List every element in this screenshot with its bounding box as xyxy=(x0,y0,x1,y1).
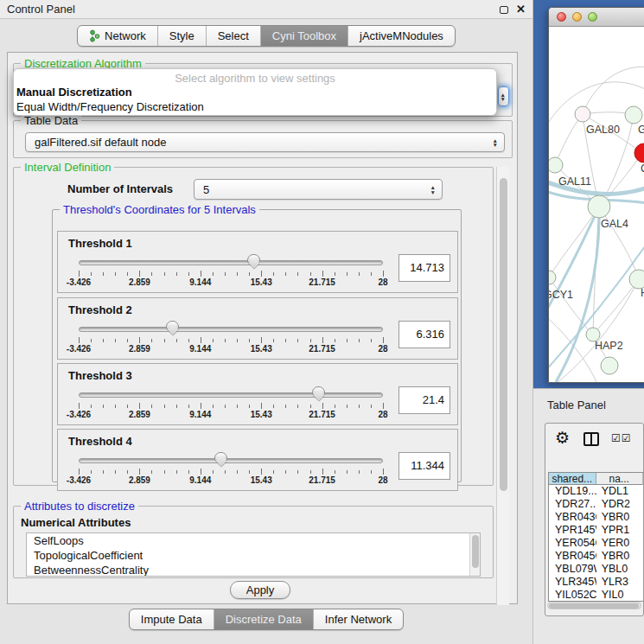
number-of-intervals-combobox[interactable]: 5 ▲▼ xyxy=(194,179,443,200)
slider-handle[interactable] xyxy=(166,321,179,330)
table-row[interactable]: YER054CYER0 xyxy=(549,537,643,550)
slider-handle[interactable] xyxy=(312,386,325,396)
threshold-3-value-field[interactable]: 21.4 xyxy=(399,386,450,414)
node-table[interactable]: shared... na... YDL19...YDL1 YDR27...YDR… xyxy=(548,472,643,602)
columns-icon[interactable] xyxy=(583,432,599,446)
scrollbar-thumb[interactable] xyxy=(472,535,479,568)
threshold-1-slider[interactable]: -3.4262.8599.14415.4321.71528 xyxy=(79,256,383,290)
tab-network[interactable]: Network xyxy=(78,26,157,46)
select-columns-icon[interactable]: ☑☑ xyxy=(611,432,632,444)
algorithm-option-manual[interactable]: Manual Discretization xyxy=(14,85,496,99)
list-item[interactable]: BetweennessCentrality xyxy=(27,563,480,577)
slider-track[interactable] xyxy=(79,458,383,463)
slider-track[interactable] xyxy=(79,327,383,332)
tab-jactivemnodules[interactable]: jActiveMNodules xyxy=(348,26,455,46)
cell[interactable]: YDR2 xyxy=(596,498,643,511)
table-row[interactable]: YIL052CYIL0 xyxy=(549,589,643,602)
numerical-attributes-list[interactable]: SelfLoops TopologicalCoefficient Between… xyxy=(26,532,481,577)
network-canvas[interactable]: GAL80 GA C GAL11 GAL4 GCY1 H HAP2 xyxy=(549,27,644,382)
node-h[interactable] xyxy=(629,270,644,289)
node-selected-red[interactable] xyxy=(634,143,644,163)
table-row[interactable]: YDL19...YDL1 xyxy=(549,485,643,498)
scrollbar-thumb[interactable] xyxy=(500,178,507,491)
apply-button[interactable]: Apply xyxy=(230,581,290,599)
cell[interactable]: YDR27... xyxy=(549,498,596,511)
close-icon[interactable]: ✕ xyxy=(516,5,526,14)
float-window-icon[interactable] xyxy=(500,6,508,14)
node-bottom[interactable] xyxy=(601,357,618,374)
slider-tick-labels: -3.4262.8599.14415.4321.71528 xyxy=(79,277,383,288)
node-gcy1[interactable] xyxy=(549,271,556,284)
table-row[interactable]: YBR045CYBR0 xyxy=(549,550,643,563)
cell[interactable]: YBL0 xyxy=(596,563,643,576)
cell[interactable]: YLR345W xyxy=(549,576,596,589)
slider-tick-labels: -3.4262.8599.14415.4321.71528 xyxy=(79,344,383,354)
threshold-4-slider[interactable]: -3.4262.8599.14415.4321.71528 xyxy=(79,454,383,488)
node-gal80[interactable] xyxy=(575,106,590,122)
cell[interactable]: YBR045C xyxy=(549,550,596,563)
tab-impute-data[interactable]: Impute Data xyxy=(130,609,214,629)
cell[interactable]: YDL19... xyxy=(549,485,596,498)
cell[interactable]: YDL1 xyxy=(596,485,643,498)
tab-discretize-data[interactable]: Discretize Data xyxy=(214,609,313,629)
cell[interactable]: YBR0 xyxy=(596,511,643,524)
column-header-shared[interactable]: shared... xyxy=(549,473,596,485)
column-header-name[interactable]: na... xyxy=(596,473,644,485)
slider-tick xyxy=(201,271,201,277)
slider-tick xyxy=(176,470,177,474)
cell[interactable]: YIL0 xyxy=(596,589,643,602)
slider-tick-labels: -3.4262.8599.14415.4321.71528 xyxy=(79,475,383,486)
slider-track[interactable] xyxy=(79,260,383,265)
table-row[interactable]: YBR043CYBR0 xyxy=(549,511,643,524)
cell[interactable]: YER054C xyxy=(549,537,596,550)
slider-tick xyxy=(359,339,360,342)
slider-handle[interactable] xyxy=(214,452,227,462)
threshold-2-slider[interactable]: -3.4262.8599.14415.4321.71528 xyxy=(79,322,383,357)
list-item[interactable]: TopologicalCoefficient xyxy=(27,548,480,563)
tab-style[interactable]: Style xyxy=(157,26,206,46)
cell[interactable]: YLR3 xyxy=(596,576,643,589)
cell[interactable]: YIL052C xyxy=(549,589,596,602)
table-row[interactable]: YLR345WYLR3 xyxy=(549,576,643,589)
zoom-traffic-light-icon[interactable] xyxy=(588,12,597,22)
table-row[interactable]: YBL079WYBL0 xyxy=(549,563,643,576)
node-partial-top-right[interactable] xyxy=(625,106,642,124)
tab-infer-network[interactable]: Infer Network xyxy=(313,609,403,629)
tab-cyni-toolbox[interactable]: Cyni Toolbox xyxy=(260,26,348,46)
list-scrollbar[interactable] xyxy=(469,533,480,576)
cell[interactable]: YER0 xyxy=(596,537,643,550)
tab-select[interactable]: Select xyxy=(206,26,260,46)
slider-handle[interactable] xyxy=(247,254,260,264)
close-traffic-light-icon[interactable] xyxy=(557,12,566,22)
threshold-4-value-field[interactable]: 11.344 xyxy=(399,452,450,480)
threshold-1-value-field[interactable]: 14.713 xyxy=(399,254,450,282)
cell[interactable]: YBR0 xyxy=(596,550,643,563)
minimize-traffic-light-icon[interactable] xyxy=(572,12,582,22)
threshold-3-slider[interactable]: -3.4262.8599.14415.4321.71528 xyxy=(79,388,383,423)
slider-tick xyxy=(249,405,250,408)
slider-tick xyxy=(115,405,116,408)
cell[interactable]: YPR145W xyxy=(549,524,596,537)
cell[interactable]: YPR1 xyxy=(596,524,643,537)
threshold-2-value-field[interactable]: 6.316 xyxy=(399,321,450,348)
table-row[interactable]: YPR145WYPR1 xyxy=(549,524,643,537)
content-scrollbar[interactable] xyxy=(496,167,509,605)
slider-tick xyxy=(322,469,323,475)
algorithm-option-equal-width[interactable]: Equal Width/Frequency Discretization xyxy=(14,99,496,114)
slider-tick xyxy=(79,403,80,409)
table-horizontal-scrollbar[interactable] xyxy=(547,602,641,609)
cell[interactable]: YBR043C xyxy=(549,511,596,524)
cell[interactable]: YBL079W xyxy=(549,563,596,576)
list-item[interactable]: SelfLoops xyxy=(27,533,480,548)
slider-tick-label: 21.715 xyxy=(309,410,335,419)
scrollbar-thumb[interactable] xyxy=(549,603,639,609)
node-gal11[interactable] xyxy=(549,157,563,173)
algorithm-combobox-button[interactable]: ▲▼ xyxy=(498,86,509,106)
node-gal4[interactable] xyxy=(588,195,610,218)
gear-icon[interactable]: ⚙ xyxy=(555,428,570,448)
slider-track[interactable] xyxy=(79,392,383,398)
network-window-titlebar[interactable] xyxy=(549,8,644,27)
table-row[interactable]: YDR27...YDR2 xyxy=(549,498,643,511)
network-view-window[interactable]: GAL80 GA C GAL11 GAL4 GCY1 H HAP2 xyxy=(548,7,644,383)
table-data-combobox[interactable]: galFiltered.sif default node ▲▼ xyxy=(25,132,505,152)
